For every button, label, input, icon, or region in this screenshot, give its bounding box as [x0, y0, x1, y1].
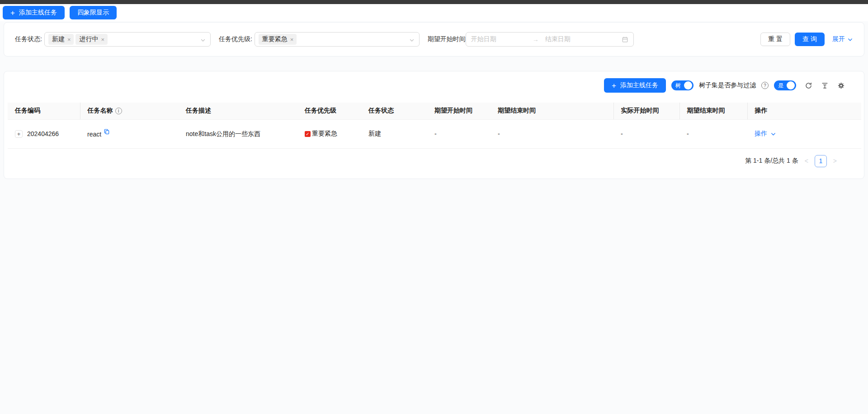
col-header-expected-start: 期望开始时间 — [427, 103, 491, 119]
task-status-filter: 任务状态: 新建 × 进行中 × — [15, 32, 211, 47]
cell-task-code: + 202404266 — [8, 119, 80, 148]
col-header-task-status: 任务状态 — [361, 103, 427, 119]
col-header-actions: 操作 — [747, 103, 861, 119]
tag-label: 重要紧急 — [262, 35, 288, 43]
tree-filter-switch[interactable]: 是 — [774, 80, 796, 90]
col-header-expected-end: 期望结束时间 — [491, 103, 613, 119]
chevron-down-icon — [770, 131, 776, 137]
cell-expected-end: - — [491, 119, 613, 148]
tag-label: 进行中 — [79, 35, 98, 43]
swap-right-icon: → — [533, 36, 539, 43]
quadrant-display-label: 四象限显示 — [77, 9, 109, 17]
table-header-row: 任务编码 任务名称 i 任务描述 任务优先级 任务状态 期望开始时间 期望结束时… — [8, 103, 861, 119]
expand-label: 展开 — [832, 35, 845, 43]
task-status-tag[interactable]: 进行中 × — [75, 34, 108, 45]
window-top-strip — [0, 0, 868, 4]
plus-icon: + — [10, 9, 15, 17]
table-toolbar: + 添加主线任务 树 树子集是否参与过滤 ? 是 — [4, 78, 864, 93]
page-content: 任务状态: 新建 × 进行中 × 任务优先级: — [0, 21, 868, 414]
switch-knob — [787, 81, 795, 89]
pagination: 第 1-1 条/总共 1 条 < 1 > — [4, 155, 838, 167]
expand-filters-link[interactable]: 展开 — [832, 35, 853, 43]
next-page-icon[interactable]: > — [832, 157, 838, 165]
top-action-bar: + 添加主线任务 四象限显示 — [0, 4, 868, 21]
info-circle-icon[interactable]: i — [115, 108, 122, 114]
prev-page-icon[interactable]: < — [804, 157, 809, 165]
cell-actual-end: - — [679, 119, 747, 148]
end-date-input[interactable]: 结束日期 — [545, 35, 607, 43]
task-table-card: + 添加主线任务 树 树子集是否参与过滤 ? 是 — [4, 71, 864, 179]
reset-button[interactable]: 重 置 — [760, 33, 790, 46]
table-row: + 202404266 react note和task公用的一些东西 ✓ 重要紧… — [8, 119, 861, 148]
col-header-actual-start: 实际开始时间 — [613, 103, 679, 119]
quadrant-display-button[interactable]: 四象限显示 — [70, 6, 117, 19]
row-action-dropdown[interactable]: 操作 — [755, 130, 776, 138]
plus-icon: + — [612, 82, 616, 89]
add-main-task-button-top[interactable]: + 添加主线任务 — [3, 6, 65, 19]
copy-icon[interactable] — [104, 128, 110, 135]
chevron-down-icon — [847, 37, 853, 42]
close-icon[interactable]: × — [67, 37, 71, 42]
pagination-total-text: 第 1-1 条/总共 1 条 — [745, 157, 798, 165]
tree-mode-switch[interactable]: 树 — [671, 80, 693, 90]
expected-start-range-picker[interactable]: 开始日期 → 结束日期 — [466, 32, 634, 47]
filter-actions: 重 置 查 询 展开 — [760, 33, 853, 46]
cell-task-name: react — [80, 119, 179, 148]
expected-start-filter: 期望开始时间 开始日期 → 结束日期 — [428, 32, 634, 47]
add-main-task-label: 添加主线任务 — [19, 9, 57, 17]
question-circle-icon[interactable]: ? — [761, 82, 769, 89]
cell-task-status: 新建 — [361, 119, 427, 148]
column-height-icon[interactable] — [821, 82, 829, 89]
task-priority-filter: 任务优先级: 重要紧急 × — [219, 32, 420, 47]
red-checkbox-icon: ✓ — [305, 131, 311, 137]
filter-card: 任务状态: 新建 × 进行中 × 任务优先级: — [4, 22, 864, 56]
col-header-task-code: 任务编码 — [8, 103, 80, 119]
cell-expected-start: - — [427, 119, 491, 148]
chevron-down-icon — [409, 37, 415, 44]
cell-actual-start: - — [613, 119, 679, 148]
col-header-task-name: 任务名称 i — [80, 103, 179, 119]
task-priority-label: 任务优先级: — [219, 35, 252, 43]
expand-row-icon[interactable]: + — [15, 130, 23, 138]
expected-start-label: 期望开始时间 — [428, 35, 466, 43]
task-priority-select[interactable]: 重要紧急 × — [255, 32, 420, 47]
chevron-down-icon — [200, 37, 206, 44]
page-number-1[interactable]: 1 — [815, 155, 827, 167]
task-priority-tag[interactable]: 重要紧急 × — [259, 34, 297, 45]
col-header-actual-end: 期望结束时间 — [679, 103, 747, 119]
reload-icon[interactable] — [805, 82, 812, 89]
cell-actions: 操作 — [747, 119, 861, 148]
calendar-icon — [622, 36, 628, 43]
close-icon[interactable]: × — [101, 37, 104, 42]
tree-switch-label: 树 — [675, 83, 681, 88]
tag-label: 新建 — [52, 35, 65, 43]
tree-filter-question-label: 树子集是否参与过滤 — [699, 81, 756, 89]
task-status-tag[interactable]: 新建 × — [48, 34, 74, 45]
task-table: 任务编码 任务名称 i 任务描述 任务优先级 任务状态 期望开始时间 期望结束时… — [8, 103, 861, 149]
add-main-task-button[interactable]: + 添加主线任务 — [604, 78, 666, 93]
switch-knob — [684, 81, 692, 89]
close-icon[interactable]: × — [290, 37, 294, 42]
filter-row: 任务状态: 新建 × 进行中 × 任务优先级: — [15, 32, 853, 47]
cell-task-description: note和task公用的一些东西 — [179, 119, 297, 148]
col-header-task-priority: 任务优先级 — [297, 103, 361, 119]
settings-gear-icon[interactable] — [837, 82, 845, 89]
task-status-select[interactable]: 新建 × 进行中 × — [44, 32, 211, 47]
col-header-task-description: 任务描述 — [179, 103, 297, 119]
add-main-task-label: 添加主线任务 — [620, 81, 658, 89]
yes-switch-label: 是 — [778, 83, 783, 88]
query-button[interactable]: 查 询 — [795, 33, 825, 46]
cell-task-priority: ✓ 重要紧急 — [297, 119, 361, 148]
task-status-label: 任务状态: — [15, 35, 42, 43]
start-date-input[interactable]: 开始日期 — [471, 35, 533, 43]
